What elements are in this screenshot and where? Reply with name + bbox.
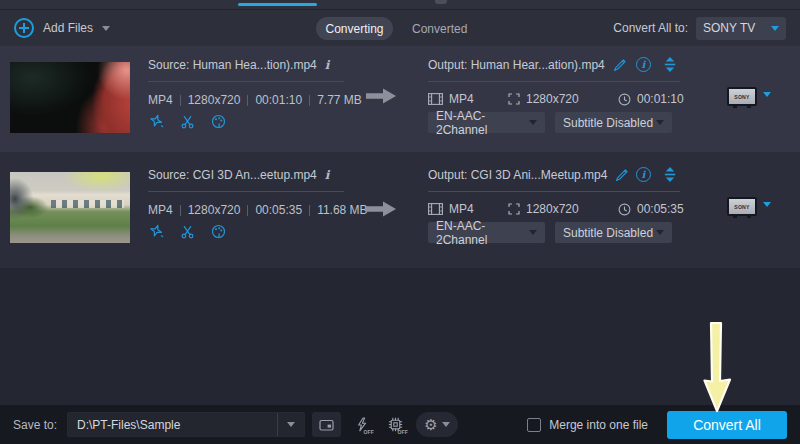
source-filename: Source: Human Hea...tion).mp4 xyxy=(148,58,317,72)
device-profile-caret-icon[interactable] xyxy=(763,202,771,207)
video-thumbnail[interactable] xyxy=(10,172,130,243)
subtitle-caret-icon xyxy=(656,120,664,125)
tab-icon-fragment xyxy=(435,0,447,4)
format-film-icon xyxy=(428,203,443,215)
add-files-button[interactable]: Add Files xyxy=(14,18,110,38)
resolution-expand-icon xyxy=(508,203,520,215)
bottom-bar: Save to: D:\PT-Files\Sample OFF OFF ⚙ Me… xyxy=(0,405,800,444)
file-row-2: Source: CGI 3D An...eetup.mp4 i MP4 1280… xyxy=(0,152,800,268)
duration-clock-icon xyxy=(618,203,631,216)
audio-caret-icon xyxy=(529,120,537,125)
output-duration: 00:05:35 xyxy=(637,202,684,216)
source-duration: 00:05:35 xyxy=(255,203,302,217)
duration-clock-icon xyxy=(618,93,631,106)
output-duration: 00:01:10 xyxy=(637,92,684,106)
adjust-profile-icon[interactable] xyxy=(664,167,676,182)
output-filename: Output: CGI 3D Ani...Meetup.mp4 xyxy=(428,168,607,182)
device-profile-badge[interactable]: SONY xyxy=(727,87,757,106)
output-resolution: 1280x720 xyxy=(526,202,579,216)
device-badge-label: SONY xyxy=(734,204,749,209)
source-size: 7.77 MB xyxy=(317,93,362,107)
tab-converted-label: Converted xyxy=(412,22,467,36)
add-files-caret-icon[interactable] xyxy=(102,26,110,31)
gear-icon: ⚙ xyxy=(424,417,437,432)
filter-palette-icon[interactable] xyxy=(211,114,226,129)
source-format: MP4 xyxy=(148,93,173,107)
audio-track-select[interactable]: EN-AAC-2Channel xyxy=(428,112,545,133)
source-info-icon[interactable]: i xyxy=(325,168,330,182)
convert-all-to-caret-icon xyxy=(771,26,779,31)
audio-caret-icon xyxy=(529,230,537,235)
save-path-input[interactable]: D:\PT-Files\Sample xyxy=(67,412,305,437)
add-files-label: Add Files xyxy=(43,21,93,35)
rename-pencil-icon[interactable] xyxy=(615,168,629,182)
subtitle-caret-icon xyxy=(656,230,664,235)
source-filename: Source: CGI 3D An...eetup.mp4 xyxy=(148,168,317,182)
edit-effects-icon[interactable] xyxy=(149,114,164,129)
adjust-profile-icon[interactable] xyxy=(664,57,676,72)
cpu-mode-toggle[interactable]: OFF xyxy=(382,412,409,437)
divider xyxy=(148,191,344,192)
convert-all-to-label: Convert All to: xyxy=(613,21,688,35)
tab-converted[interactable]: Converted xyxy=(412,17,467,40)
output-info-icon[interactable]: i xyxy=(636,167,651,182)
convert-all-to-value: SONY TV xyxy=(703,21,755,35)
save-to-label: Save to: xyxy=(13,418,57,432)
cut-trim-icon[interactable] xyxy=(180,225,195,239)
output-resolution: 1280x720 xyxy=(526,92,579,106)
audio-track-select[interactable]: EN-AAC-2Channel xyxy=(428,222,545,243)
resolution-expand-icon xyxy=(508,93,520,105)
device-badge-label: SONY xyxy=(734,94,749,99)
folder-icon xyxy=(319,418,334,431)
merge-label: Merge into one file xyxy=(549,418,648,432)
output-format: MP4 xyxy=(449,202,474,216)
video-thumbnail[interactable] xyxy=(10,62,130,133)
merge-checkbox[interactable] xyxy=(527,418,541,432)
format-film-icon xyxy=(428,93,443,105)
source-size: 11.68 MB xyxy=(317,203,367,217)
source-duration: 00:01:10 xyxy=(255,93,302,107)
divider xyxy=(428,191,680,192)
convert-all-button[interactable]: Convert All xyxy=(667,411,787,439)
settings-button[interactable]: ⚙ xyxy=(416,412,458,437)
convert-direction-arrow-icon xyxy=(366,87,396,105)
convert-all-to-select[interactable]: SONY TV xyxy=(696,17,786,40)
output-format: MP4 xyxy=(449,92,474,106)
tab-converting-label: Converting xyxy=(325,22,383,36)
edit-effects-icon[interactable] xyxy=(149,224,164,239)
save-path-caret-icon xyxy=(287,422,295,427)
add-plus-icon xyxy=(14,18,34,38)
rename-pencil-icon[interactable] xyxy=(613,58,627,72)
thumbnail-detail xyxy=(51,200,124,208)
toolbar: Add Files Converting Converted Convert A… xyxy=(0,10,800,46)
audio-track-value: EN-AAC-2Channel xyxy=(436,109,529,137)
tab-converting[interactable]: Converting xyxy=(316,17,393,40)
source-info-icon[interactable]: i xyxy=(325,58,330,72)
source-specs: MP4 1280x720 00:01:10 7.77 MB xyxy=(148,93,362,107)
source-format: MP4 xyxy=(148,203,173,217)
open-folder-button[interactable] xyxy=(312,412,341,437)
subtitle-select[interactable]: Subtitle Disabled xyxy=(555,112,672,133)
filter-palette-icon[interactable] xyxy=(211,224,226,239)
merge-option: Merge into one file xyxy=(527,418,648,432)
subtitle-value: Subtitle Disabled xyxy=(563,116,653,130)
source-resolution: 1280x720 xyxy=(188,203,241,217)
audio-track-value: EN-AAC-2Channel xyxy=(436,219,529,247)
device-profile-caret-icon[interactable] xyxy=(763,92,771,97)
file-row-1: Source: Human Hea...tion).mp4 i MP4 1280… xyxy=(0,46,800,152)
save-path-value: D:\PT-Files\Sample xyxy=(68,418,277,432)
output-filename: Output: Human Hear...ation).mp4 xyxy=(428,58,605,72)
cut-trim-icon[interactable] xyxy=(180,115,195,129)
convert-all-button-label: Convert All xyxy=(693,417,761,433)
settings-caret-icon xyxy=(442,422,450,427)
divider xyxy=(148,81,344,82)
cpu-off-label: OFF xyxy=(397,429,408,435)
subtitle-select[interactable]: Subtitle Disabled xyxy=(555,222,672,243)
source-specs: MP4 1280x720 00:05:35 11.68 MB xyxy=(148,203,368,217)
save-path-dropdown[interactable] xyxy=(277,413,304,436)
file-list-empty-area xyxy=(0,268,800,405)
device-profile-badge[interactable]: SONY xyxy=(727,197,757,216)
output-info-icon[interactable]: i xyxy=(636,57,651,72)
convert-direction-arrow-icon xyxy=(366,200,396,218)
hardware-acceleration-toggle[interactable]: OFF xyxy=(348,412,375,437)
